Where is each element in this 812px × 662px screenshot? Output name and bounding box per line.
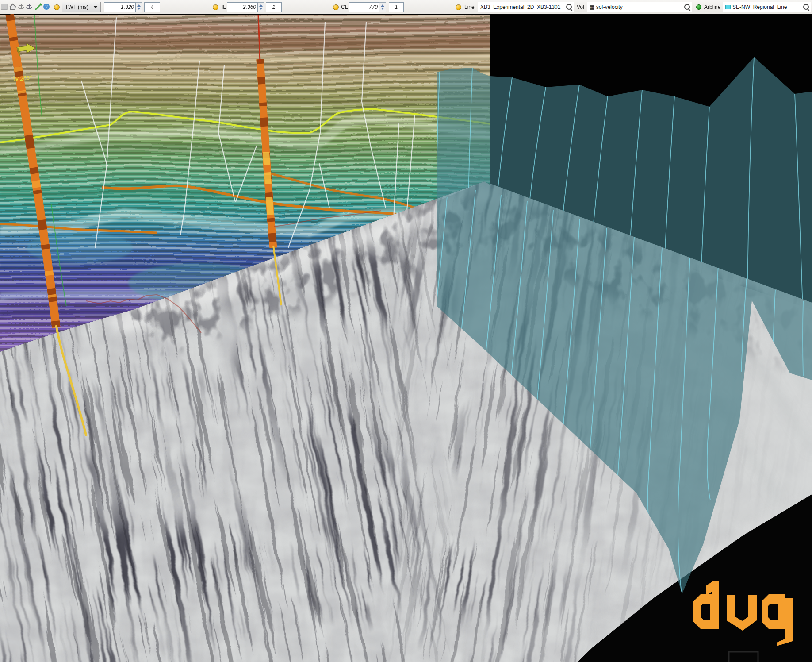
svg-text:?: ? (45, 4, 48, 9)
